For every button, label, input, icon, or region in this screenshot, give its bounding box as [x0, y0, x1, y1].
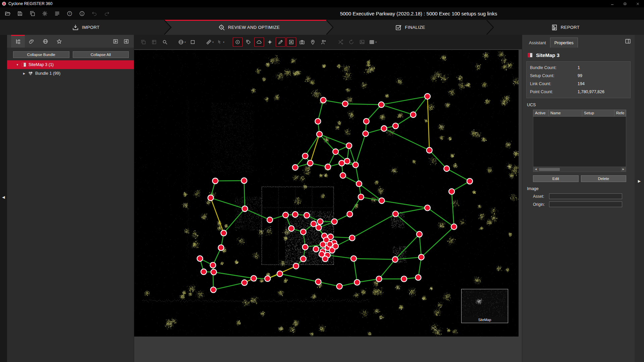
setup-node[interactable] [392, 257, 398, 262]
tree-item-sitemap[interactable]: ▼ SiteMap 3 (1) [7, 60, 134, 69]
setup-node[interactable] [325, 164, 331, 170]
save-button[interactable] [16, 10, 24, 18]
setup-link[interactable] [419, 234, 421, 257]
setup-link[interactable] [354, 258, 395, 259]
setup-node[interactable] [381, 126, 387, 131]
collapse-bundle-button[interactable]: Collapse Bundle [13, 51, 69, 58]
undo-button[interactable] [90, 10, 98, 18]
setup-node[interactable] [364, 118, 369, 124]
sidebar-tab-tree[interactable] [11, 35, 25, 48]
setup-node[interactable] [333, 243, 338, 249]
setup-node[interactable] [332, 219, 337, 225]
setup-node[interactable] [376, 276, 382, 282]
setup-node[interactable] [265, 276, 270, 282]
setup-node[interactable] [427, 147, 432, 153]
grid-tool-button[interactable]: ▾ [368, 38, 378, 47]
setup-node[interactable] [356, 181, 362, 187]
star4-tool-button[interactable] [265, 38, 275, 47]
tag-tool-button[interactable] [244, 38, 253, 47]
setup-node[interactable] [425, 205, 430, 211]
setup-node[interactable] [221, 230, 227, 236]
batch-button[interactable] [28, 10, 36, 18]
camera-tool-button[interactable] [297, 38, 307, 47]
setup-node[interactable] [201, 269, 207, 275]
visual-tool-button[interactable]: ▾ [177, 38, 187, 47]
pencil-tool-button[interactable] [276, 38, 285, 47]
setup-link[interactable] [211, 198, 245, 209]
setup-node[interactable] [393, 123, 398, 129]
setup-link[interactable] [244, 181, 245, 209]
setup-node[interactable] [351, 256, 357, 261]
setup-node[interactable] [267, 217, 273, 223]
setup-link[interactable] [366, 105, 381, 121]
maximize-button[interactable] [619, 0, 631, 7]
open-button[interactable] [3, 10, 11, 18]
setup-link[interactable] [323, 100, 345, 104]
help-button[interactable]: ? [65, 10, 73, 18]
setup-node[interactable] [311, 221, 317, 227]
sidebar-tab-star[interactable] [52, 35, 66, 48]
panel-layout-icon[interactable] [625, 38, 631, 45]
setup-node[interactable] [208, 195, 214, 201]
square-tool-button[interactable] [188, 38, 198, 47]
setup-link[interactable] [357, 279, 379, 282]
setup-link[interactable] [318, 100, 323, 121]
setup-node[interactable] [293, 263, 299, 269]
settings-button[interactable] [41, 10, 49, 18]
image-tool-button[interactable] [357, 38, 367, 47]
setup-node[interactable] [337, 284, 342, 289]
dock-pane2-button[interactable] [122, 39, 130, 44]
cloud-tool-button[interactable] [254, 38, 264, 47]
dock-pane-button[interactable] [111, 39, 120, 44]
setup-link[interactable] [345, 104, 381, 105]
setup-link[interactable] [354, 258, 357, 282]
origin-input[interactable] [549, 201, 622, 207]
setup-node[interactable] [411, 112, 416, 118]
tree-item-bundle[interactable]: ▶ Bundle 1 (99) [7, 69, 134, 78]
setup-node[interactable] [218, 245, 224, 250]
setup-node[interactable] [301, 256, 306, 262]
tab-import[interactable]: IMPORT [0, 20, 172, 35]
setup-node[interactable] [292, 212, 298, 217]
chevron-down-icon[interactable]: ▾ [184, 41, 186, 44]
setup-node[interactable] [304, 213, 310, 218]
log-button[interactable] [53, 10, 61, 18]
sitemap-viewport[interactable]: SiteMap [134, 50, 519, 337]
setup-node[interactable] [419, 254, 424, 260]
setup-link[interactable] [395, 208, 427, 214]
ruler-tool-button[interactable]: ▾ [205, 38, 215, 47]
setup-link[interactable] [356, 134, 366, 165]
setup-node[interactable] [444, 166, 449, 172]
setup-link[interactable] [305, 134, 319, 156]
setup-node[interactable] [313, 246, 319, 252]
setup-link[interactable] [427, 208, 454, 227]
chevron-down-icon[interactable]: ▾ [212, 41, 214, 44]
copy-tool-button[interactable] [139, 38, 148, 47]
setup-node[interactable] [211, 269, 217, 275]
setup-link[interactable] [413, 97, 427, 115]
expand-panel-arrow[interactable]: ▶ [635, 179, 644, 183]
setup-link[interactable] [213, 283, 245, 290]
minimap[interactable]: SiteMap [461, 289, 508, 323]
scroll-left-icon[interactable]: ◀ [533, 167, 538, 172]
setup-link[interactable] [379, 259, 395, 279]
setup-link[interactable] [319, 134, 335, 152]
tab-report[interactable]: REPORT [487, 20, 644, 35]
setup-node[interactable] [307, 160, 313, 166]
setup-node[interactable] [212, 178, 218, 184]
setup-link[interactable] [215, 181, 244, 181]
tree-expander[interactable]: ▼ [15, 63, 20, 66]
ucs-delete-button[interactable]: Delete [581, 175, 627, 182]
scroll-right-icon[interactable]: ▶ [621, 167, 626, 172]
setup-link[interactable] [381, 97, 428, 105]
setup-node[interactable] [451, 224, 457, 230]
sidebar-tab-globe[interactable] [39, 35, 52, 48]
setup-node[interactable] [353, 162, 359, 168]
setup-link[interactable] [427, 97, 429, 150]
tab-properties[interactable]: Properties [550, 38, 578, 48]
ucs-edit-button[interactable]: Edit [533, 175, 579, 182]
collapse-all-button[interactable]: Collapse All [73, 51, 129, 58]
ucs-column-setup[interactable]: Setup [582, 110, 614, 116]
rotate-tool-button[interactable] [346, 38, 356, 47]
setup-node[interactable] [317, 219, 323, 225]
